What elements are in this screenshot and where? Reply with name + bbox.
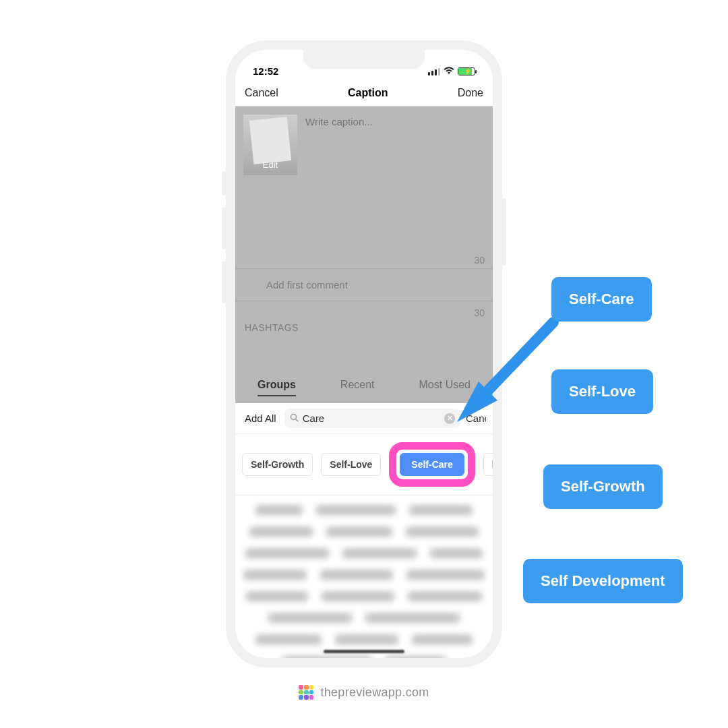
caption-input[interactable]: Write caption... — [305, 115, 373, 175]
caption-char-limit: 30 — [474, 255, 485, 266]
chip-skin-therapy[interactable]: kin Therapy — [483, 453, 493, 476]
add-all-button[interactable]: Add All — [242, 413, 279, 424]
search-row: Add All ✕ Cancel — [235, 403, 493, 434]
callout-self-development: Self Development — [523, 559, 683, 603]
nav-bar: Cancel Caption Done — [235, 80, 493, 107]
first-comment-input[interactable]: Add first comment — [266, 279, 348, 291]
footer-credit: thepreviewapp.com — [0, 685, 728, 700]
chip-self-growth[interactable]: Self-Growth — [242, 453, 313, 476]
callout-self-care: Self-Care — [551, 277, 652, 322]
hashtag-results-blurred — [235, 495, 493, 658]
search-icon — [290, 413, 299, 424]
caption-editor-dimmed: Edit Write caption... 30 Add first comme… — [235, 107, 493, 403]
post-thumbnail[interactable]: Edit — [243, 115, 297, 175]
chip-self-love[interactable]: Self-Love — [321, 453, 381, 476]
hashtag-groups-row[interactable]: Self-Growth Self-Love Self-Care kin Ther… — [235, 434, 493, 495]
done-button[interactable]: Done — [458, 87, 483, 99]
notch — [303, 50, 425, 69]
callout-self-love: Self-Love — [551, 369, 653, 414]
search-cancel-button[interactable]: Cancel — [466, 413, 486, 424]
wifi-icon — [444, 66, 454, 77]
search-input[interactable] — [303, 413, 440, 424]
phone-side-buttons — [222, 171, 226, 299]
chip-self-care[interactable]: Self-Care — [400, 453, 464, 476]
preview-logo-icon — [299, 685, 313, 700]
screen: 12:52 ⚡ Cancel Caption Done — [235, 50, 493, 658]
highlight-ring: Self-Care — [389, 442, 475, 487]
edit-thumbnail-label: Edit — [243, 160, 297, 170]
phone-frame: 12:52 ⚡ Cancel Caption Done — [226, 40, 502, 667]
footer-text: thepreviewapp.com — [320, 686, 429, 700]
status-time: 12:52 — [253, 65, 278, 77]
clear-search-icon[interactable]: ✕ — [444, 413, 455, 424]
tab-recent[interactable]: Recent — [340, 379, 375, 396]
search-field[interactable]: ✕ — [284, 408, 460, 428]
battery-icon: ⚡ — [458, 67, 475, 75]
cancel-button[interactable]: Cancel — [245, 87, 278, 99]
tab-most-used[interactable]: Most Used — [419, 379, 471, 396]
phone-power-button — [502, 198, 506, 266]
tab-groups[interactable]: Groups — [257, 379, 296, 396]
home-indicator — [324, 650, 404, 653]
hashtag-tabs: Groups Recent Most Used — [235, 379, 493, 403]
callout-self-growth: Self-Growth — [543, 464, 663, 509]
hashtags-section-label: HASHTAGS — [245, 322, 299, 333]
signal-icon — [428, 68, 440, 75]
comment-char-limit: 30 — [474, 307, 485, 318]
page-title: Caption — [348, 87, 388, 99]
svg-line-1 — [295, 419, 298, 421]
